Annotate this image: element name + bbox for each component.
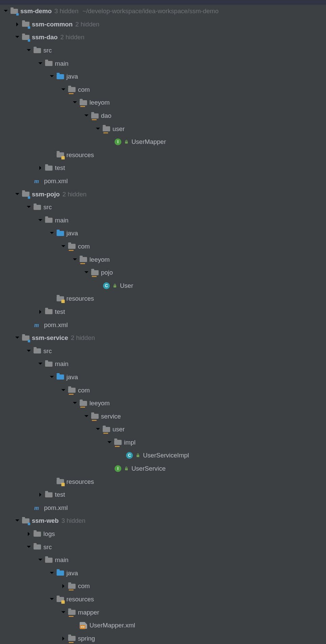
tree-node-folder[interactable]: test: [0, 488, 326, 501]
tree-node-module[interactable]: ssm-service 2 hidden: [0, 331, 326, 345]
chevron-right-icon[interactable]: [26, 532, 31, 536]
chevron-down-icon[interactable]: [61, 87, 66, 92]
tree-node-package[interactable]: user: [0, 423, 326, 436]
module-folder-icon: [22, 20, 30, 28]
tree-node-folder[interactable]: java: [0, 371, 326, 384]
tree-node-file[interactable]: m pom.xml: [0, 175, 326, 188]
node-label: resources: [66, 596, 94, 603]
gutter-icon: [124, 139, 129, 144]
tree-node-folder[interactable]: resources: [0, 475, 326, 488]
chevron-down-icon[interactable]: [38, 61, 43, 66]
chevron-down-icon[interactable]: [49, 74, 54, 79]
xml-file-icon: [79, 621, 87, 629]
tree-node-module[interactable]: ssm-pojo 2 hidden: [0, 188, 326, 201]
chevron-right-icon[interactable]: [15, 22, 20, 27]
tree-node-module[interactable]: ssm-web 3 hidden: [0, 514, 326, 528]
tree-node-folder[interactable]: resources: [0, 593, 326, 606]
tree-node-file[interactable]: UserMapper.xml: [0, 619, 326, 632]
chevron-down-icon[interactable]: [49, 231, 54, 236]
chevron-down-icon[interactable]: [3, 9, 8, 14]
tree-node-package[interactable]: leeyom: [0, 96, 326, 109]
tree-node-folder[interactable]: main: [0, 214, 326, 227]
chevron-down-icon[interactable]: [38, 362, 43, 366]
chevron-down-icon[interactable]: [73, 100, 77, 105]
chevron-down-icon[interactable]: [61, 610, 66, 615]
package-icon: [91, 412, 99, 421]
tree-node-folder[interactable]: java: [0, 567, 326, 580]
chevron-right-icon[interactable]: [38, 492, 43, 497]
chevron-down-icon[interactable]: [26, 205, 31, 210]
tree-node-folder[interactable]: src: [0, 344, 326, 358]
tree-node-folder[interactable]: resources: [0, 149, 326, 162]
tree-node-file[interactable]: I UserMapper: [0, 135, 326, 149]
module-folder-icon: [22, 33, 30, 41]
project-tree[interactable]: ssm-demo 3 hidden ~/develop-workspace/id…: [0, 5, 326, 644]
chevron-down-icon[interactable]: [26, 48, 31, 53]
tree-node-folder[interactable]: test: [0, 305, 326, 319]
tree-node-package[interactable]: com: [0, 240, 326, 253]
tree-node-folder[interactable]: java: [0, 227, 326, 240]
tree-node-folder[interactable]: main: [0, 57, 326, 70]
tree-node-folder[interactable]: main: [0, 554, 326, 567]
chevron-down-icon[interactable]: [38, 218, 43, 223]
chevron-down-icon[interactable]: [15, 336, 20, 340]
chevron-down-icon[interactable]: [84, 414, 89, 419]
chevron-down-icon[interactable]: [73, 257, 77, 262]
tree-node-file[interactable]: I UserService: [0, 462, 326, 475]
tree-node-folder[interactable]: main: [0, 358, 326, 371]
node-label: test: [55, 491, 65, 498]
chevron-down-icon[interactable]: [61, 244, 66, 249]
tree-node-folder[interactable]: spring: [0, 632, 326, 644]
tree-node-package[interactable]: dao: [0, 109, 326, 123]
chevron-down-icon[interactable]: [49, 375, 54, 380]
chevron-down-icon[interactable]: [38, 558, 43, 562]
tree-node-folder[interactable]: mapper: [0, 606, 326, 619]
tree-node-folder[interactable]: resources: [0, 292, 326, 305]
tree-node-package[interactable]: impl: [0, 436, 326, 449]
chevron-down-icon[interactable]: [84, 113, 89, 118]
tree-node-folder[interactable]: test: [0, 162, 326, 175]
tree-node-file[interactable]: m pom.xml: [0, 501, 326, 515]
chevron-down-icon[interactable]: [84, 270, 89, 275]
tree-node-package[interactable]: leeyom: [0, 253, 326, 266]
tree-node-package[interactable]: com: [0, 580, 326, 593]
chevron-down-icon[interactable]: [15, 518, 20, 523]
node-label: test: [55, 164, 65, 172]
tree-node-package[interactable]: leeyom: [0, 397, 326, 410]
chevron-down-icon[interactable]: [96, 427, 100, 432]
chevron-down-icon[interactable]: [61, 388, 66, 393]
chevron-down-icon[interactable]: [107, 440, 112, 445]
tree-node-package[interactable]: user: [0, 122, 326, 135]
chevron-right-icon[interactable]: [61, 636, 66, 641]
tree-node-package[interactable]: pojo: [0, 266, 326, 279]
tree-node-folder[interactable]: src: [0, 44, 326, 57]
tree-node-folder[interactable]: java: [0, 70, 326, 83]
chevron-down-icon[interactable]: [73, 401, 77, 406]
tree-node-package[interactable]: com: [0, 83, 326, 96]
tree-node-folder[interactable]: logs: [0, 528, 326, 541]
chevron-right-icon[interactable]: [61, 584, 66, 588]
tree-node-file[interactable]: C UserServiceImpl: [0, 449, 326, 462]
tree-node-file[interactable]: m pom.xml: [0, 318, 326, 331]
tree-node-root[interactable]: ssm-demo 3 hidden ~/develop-workspace/id…: [0, 5, 326, 18]
chevron-down-icon[interactable]: [26, 545, 31, 550]
tree-node-module[interactable]: ssm-dao 2 hidden: [0, 31, 326, 44]
node-label: main: [55, 60, 68, 67]
tree-node-file[interactable]: C User: [0, 279, 326, 292]
chevron-down-icon[interactable]: [49, 597, 54, 602]
chevron-down-icon[interactable]: [15, 192, 20, 197]
folder-icon: [45, 164, 53, 172]
chevron-right-icon[interactable]: [38, 166, 43, 170]
chevron-down-icon[interactable]: [15, 35, 20, 40]
chevron-down-icon[interactable]: [96, 127, 100, 131]
tree-node-module[interactable]: ssm-common 2 hidden: [0, 18, 326, 31]
chevron-right-icon[interactable]: [38, 309, 43, 314]
chevron-down-icon[interactable]: [49, 571, 54, 576]
tree-node-folder[interactable]: src: [0, 540, 326, 554]
node-label: logs: [43, 530, 55, 538]
chevron-down-icon[interactable]: [26, 349, 31, 353]
tree-node-package[interactable]: com: [0, 384, 326, 397]
tree-node-package[interactable]: service: [0, 410, 326, 423]
module-folder-icon: [10, 7, 18, 15]
tree-node-folder[interactable]: src: [0, 201, 326, 214]
